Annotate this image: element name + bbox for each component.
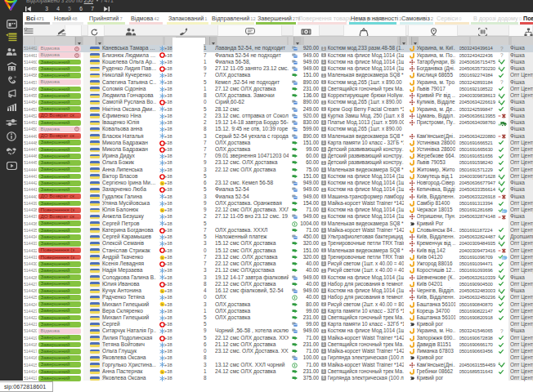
svg-text:lc: lc <box>161 209 163 212</box>
svg-text:lc: lc <box>161 256 163 260</box>
svg-text:lc: lc <box>161 182 163 185</box>
svg-text:lc: lc <box>161 303 163 306</box>
svg-text:lc: lc <box>161 290 163 293</box>
svg-text:lc: lc <box>161 371 163 374</box>
